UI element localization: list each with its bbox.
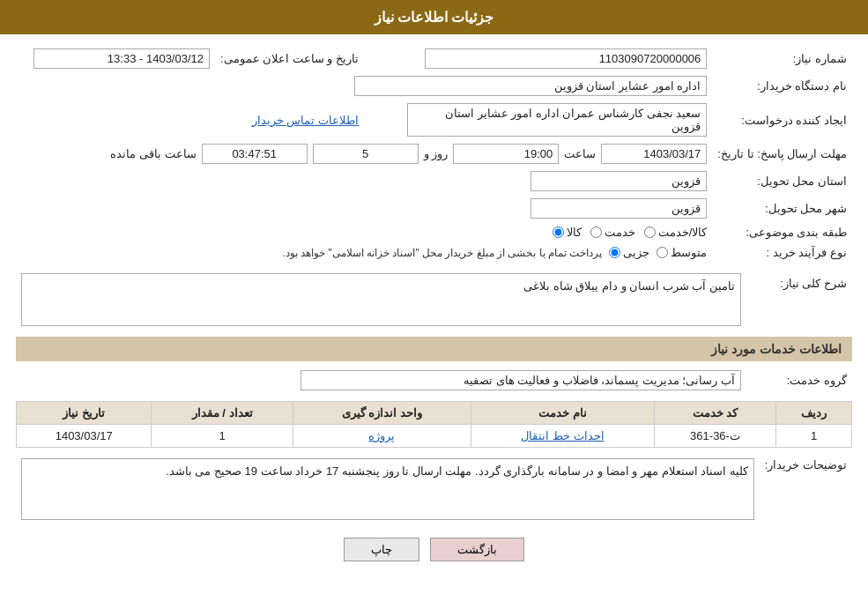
col-count: تعداد / مقدار	[152, 402, 293, 425]
category-label: طبقه بندی موضوعی:	[712, 222, 852, 242]
purchase-jozii-label: جزیی	[623, 246, 649, 259]
col-code: کد خدمت	[655, 402, 776, 425]
province-label: استان محل تحویل:	[712, 167, 852, 195]
col-name: نام خدمت	[471, 402, 655, 425]
services-title: اطلاعات خدمات مورد نیاز	[711, 342, 842, 356]
purchase-motavaset-label: متوسط	[671, 246, 707, 259]
deadline-row: 1403/03/17 ساعت 19:00 روز و 5 03:47:51 س…	[16, 140, 712, 167]
number-label: شماره نیاز:	[712, 45, 852, 72]
desc-label: شرح کلی نیاز:	[746, 270, 852, 330]
deadline-days: 5	[313, 144, 419, 164]
category-kala-khedmat-label: کالا/خدمت	[658, 226, 708, 239]
col-date: تاریخ نیاز	[17, 402, 152, 425]
deadline-time-label: ساعت	[564, 147, 596, 160]
purchase-note: پرداخت تمام یا بخشی از مبلغ خریدار محل "…	[282, 247, 602, 259]
province-input: قزوین	[530, 171, 707, 191]
cell-date: 1403/03/17	[17, 425, 152, 448]
purchase-type-label: نوع فرآیند خرید :	[712, 242, 852, 263]
buyer-notes-text: کلیه اسناد استعلام مهر و امضا و در سامان…	[21, 458, 754, 520]
service-group-table: گروه خدمت: آب رسانی؛ مدیریت پسماند، فاضل…	[16, 367, 852, 394]
print-button[interactable]: چاپ	[344, 538, 419, 561]
purchase-motavaset-radio[interactable]	[657, 247, 668, 258]
deadline-date: 1403/03/17	[601, 144, 707, 164]
deadline-remaining: 03:47:51	[202, 144, 308, 164]
announce-label: تاریخ و ساعت اعلان عمومی:	[215, 45, 364, 72]
page-title-text: جزئیات اطلاعات نیاز	[375, 10, 494, 25]
city-label: شهر محل تحویل:	[712, 195, 852, 222]
category-khedmat-radio[interactable]	[590, 227, 602, 238]
col-unit: واحد اندازه گیری	[293, 402, 471, 425]
purchase-type-row: متوسط جزیی پرداخت تمام یا بخشی از مبلغ خ…	[16, 242, 712, 263]
buyer-notes-table: توضیحات خریدار: کلیه اسناد استعلام مهر و…	[16, 455, 852, 524]
main-info-table: شماره نیاز: 1103090720000006 تاریخ و ساع…	[16, 45, 852, 263]
purchase-jozii-radio[interactable]	[609, 247, 620, 258]
service-group-input: آب رسانی؛ مدیریت پسماند، فاضلاب و فعالیت…	[300, 370, 741, 390]
cell-name[interactable]: احداث خط انتقال	[471, 425, 655, 448]
page-wrapper: جزئیات اطلاعات نیاز شماره نیاز: 11030907…	[0, 0, 868, 609]
cell-code: ت-36-361	[655, 425, 776, 448]
content-area: شماره نیاز: 1103090720000006 تاریخ و ساع…	[0, 34, 868, 581]
services-table: ردیف کد خدمت نام خدمت واحد اندازه گیری ت…	[16, 401, 852, 448]
category-kala-khedmat-radio[interactable]	[644, 227, 656, 238]
announce-date: 1403/03/12 - 13:33	[33, 48, 210, 69]
cell-count: 1	[152, 425, 293, 448]
service-group-value: آب رسانی؛ مدیریت پسماند، فاضلاب و فعالیت…	[16, 367, 746, 394]
creator-name: سعید نجفی کارشناس عمران اداره امور عشایر…	[407, 103, 707, 137]
need-number: 1103090720000006	[425, 48, 707, 69]
city-value: قزوین	[16, 195, 712, 222]
city-input: قزوین	[530, 198, 707, 219]
back-button[interactable]: بازگشت	[430, 538, 524, 561]
buyer-value: اداره امور عشایر استان قزوین	[16, 72, 712, 100]
service-group-label: گروه خدمت:	[746, 367, 852, 394]
category-radios: کالا/خدمت خدمت کالا	[16, 222, 712, 242]
cell-unit[interactable]: پروژه	[293, 425, 471, 448]
category-khedmat-label: خدمت	[605, 226, 635, 239]
desc-text: تامین آب شرب انسان و دام ییلاق شاه بلاغی	[21, 273, 741, 326]
deadline-time: 19:00	[453, 144, 559, 164]
buttons-row: بازگشت چاپ	[16, 524, 852, 570]
buyer-name: اداره امور عشایر استان قزوین	[354, 76, 707, 96]
province-value: قزوین	[16, 167, 712, 195]
creator-label: ایجاد کننده درخواست:	[712, 100, 852, 140]
deadline-remaining-label: ساعت باقی مانده	[110, 147, 196, 160]
deadline-day-label: روز و	[424, 147, 449, 160]
services-section-header: اطلاعات خدمات مورد نیاز	[16, 337, 852, 361]
page-title: جزئیات اطلاعات نیاز	[0, 0, 868, 34]
col-radif: ردیف	[776, 402, 852, 425]
contact-link[interactable]: اطلاعات تماس خریدار	[252, 114, 359, 127]
cell-radif: 1	[776, 425, 852, 448]
buyer-notes-value: کلیه اسناد استعلام مهر و امضا و در سامان…	[16, 455, 760, 524]
table-row: 1 ت-36-361 احداث خط انتقال پروژه 1 1403/…	[17, 425, 852, 448]
description-table: شرح کلی نیاز: تامین آب شرب انسان و دام ی…	[16, 270, 852, 330]
desc-value: تامین آب شرب انسان و دام ییلاق شاه بلاغی	[16, 270, 746, 330]
category-kala-radio[interactable]	[553, 227, 564, 238]
deadline-label: مهلت ارسال پاسخ: تا تاریخ:	[712, 140, 852, 167]
category-kala-label: کالا	[567, 226, 582, 239]
announce-value: 1403/03/12 - 13:33	[16, 45, 215, 72]
buyer-notes-label: توضیحات خریدار:	[760, 455, 852, 524]
creator-value: سعید نجفی کارشناس عمران اداره امور عشایر…	[382, 100, 712, 140]
buyer-label: نام دستگاه خریدار:	[712, 72, 852, 100]
number-value: 1103090720000006	[382, 45, 712, 72]
